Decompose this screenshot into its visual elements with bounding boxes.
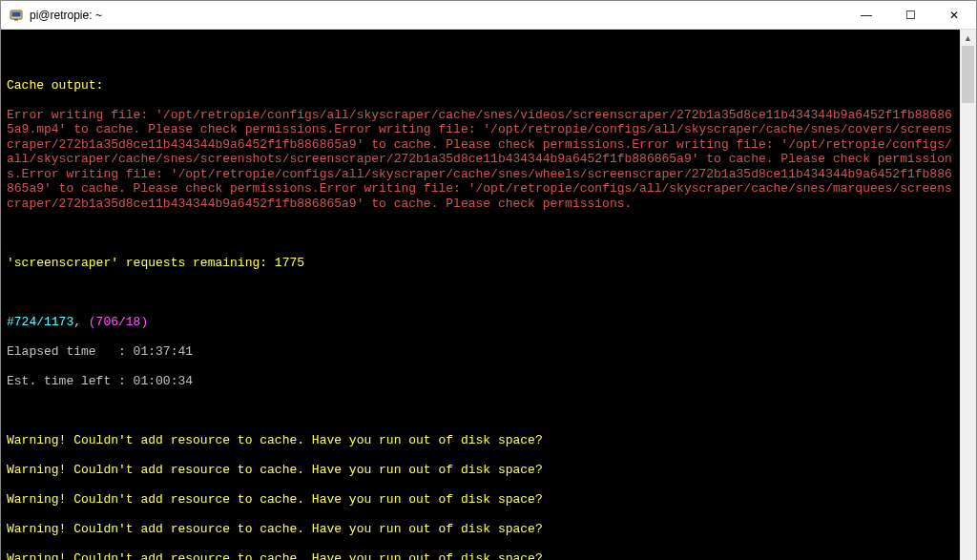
terminal[interactable]: Cache output: Error writing file: '/opt/… — [1, 30, 960, 560]
scrollbar[interactable]: ▲ ▼ — [960, 30, 976, 560]
warning-text: Warning! Couldn't add resource to cache.… — [7, 551, 543, 561]
progress-line: #724/1173, (706/18) — [7, 315, 954, 330]
blank-line — [7, 226, 954, 241]
warning-line: Warning! Couldn't add resource to cache.… — [7, 463, 954, 478]
scroll-thumb[interactable] — [962, 46, 974, 103]
est-text: Est. time left : 01:00:34 — [7, 374, 193, 388]
blank-line — [7, 49, 954, 64]
svg-rect-1 — [12, 11, 21, 16]
titlebar[interactable]: pi@retropie: ~ — ☐ ✕ — [1, 1, 976, 30]
requests-remaining: 'screenscraper' requests remaining: 1775 — [7, 256, 954, 271]
svg-rect-2 — [14, 19, 18, 21]
putty-window: pi@retropie: ~ — ☐ ✕ Cache output: Error… — [0, 0, 977, 560]
close-button[interactable]: ✕ — [932, 1, 976, 30]
cache-error-text: Error writing file: '/opt/retropie/confi… — [7, 108, 952, 211]
app-icon — [9, 8, 24, 23]
minimize-icon: — — [861, 9, 872, 22]
scroll-up-button[interactable]: ▲ — [960, 30, 976, 46]
cache-output-header: Cache output: — [7, 78, 954, 93]
maximize-button[interactable]: ☐ — [888, 1, 932, 30]
blank-line — [7, 404, 954, 419]
warning-text: Warning! Couldn't add resource to cache.… — [7, 522, 543, 536]
cache-errors: Error writing file: '/opt/retropie/confi… — [7, 108, 954, 212]
progress-counter: #724/1173, — [7, 315, 81, 329]
terminal-container: Cache output: Error writing file: '/opt/… — [1, 30, 976, 560]
window-title: pi@retropie: ~ — [30, 9, 102, 22]
est-time: Est. time left : 01:00:34 — [7, 374, 954, 389]
warning-line: Warning! Couldn't add resource to cache.… — [7, 433, 954, 448]
warning-text: Warning! Couldn't add resource to cache.… — [7, 463, 543, 477]
requests-text: 'screenscraper' requests remaining: 1775 — [7, 256, 304, 270]
chevron-up-icon: ▲ — [964, 33, 972, 43]
elapsed-text: Elapsed time : 01:37:41 — [7, 344, 193, 359]
warning-line: Warning! Couldn't add resource to cache.… — [7, 522, 954, 537]
warning-line: Warning! Couldn't add resource to cache.… — [7, 492, 954, 508]
progress-paren: (706/18) — [81, 315, 148, 329]
scroll-track[interactable] — [960, 46, 976, 560]
warning-line: Warning! Couldn't add resource to cache.… — [7, 551, 954, 561]
blank-line — [7, 285, 954, 301]
cache-header-text: Cache output: — [7, 78, 103, 93]
minimize-button[interactable]: — — [844, 1, 888, 30]
close-icon: ✕ — [949, 9, 959, 22]
elapsed-time: Elapsed time : 01:37:41 — [7, 344, 954, 360]
warning-text: Warning! Couldn't add resource to cache.… — [7, 492, 543, 507]
maximize-icon: ☐ — [905, 9, 916, 22]
warning-text: Warning! Couldn't add resource to cache.… — [7, 433, 543, 447]
